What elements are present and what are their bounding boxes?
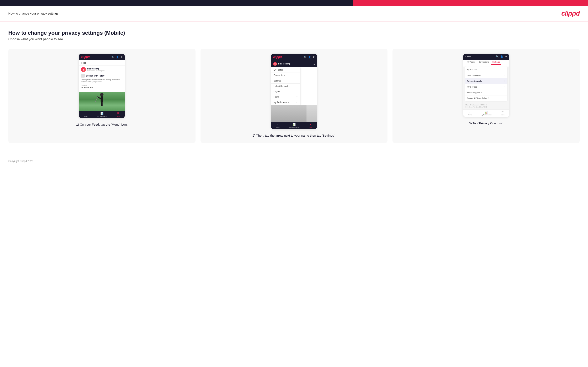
header-icons-1: 🔍 👤 ⚙ — [111, 56, 123, 58]
feed-user-sub: Yesterday · Sunningdale — [87, 70, 105, 72]
back-button[interactable]: ‹ Back — [465, 56, 471, 58]
settings-icon: ⚙ — [121, 56, 123, 58]
tab-settings[interactable]: Settings — [491, 60, 502, 65]
step-1-description: 1) On your Feed, tap the 'Menu' icon. — [76, 122, 128, 127]
step-3-phone: ‹ Back 🔍 👤 ⚙ My Profile Connections Sett… — [463, 54, 509, 117]
menu-performance-expand[interactable]: My Performance ∨ — [271, 100, 300, 105]
svg-line-5 — [95, 97, 98, 101]
menu-logout[interactable]: Logout — [271, 89, 300, 94]
step-1-card: clippd 🔍 👤 ⚙ Feed B Blair McHarg — [8, 49, 196, 143]
nav-performance-label-3: My Performance — [481, 114, 492, 116]
service-privacy-label: Service & Privacy Policy ↗ — [467, 97, 490, 99]
bottom-nav-3: ⌂ Home 📊 My Performance ☰ Menu — [463, 109, 509, 117]
close-icon: ✕ — [309, 123, 311, 126]
menu-home-expand[interactable]: Home ∨ — [271, 94, 300, 100]
svg-rect-4 — [102, 102, 103, 106]
settings-tabs: My Profile Connections Settings — [463, 60, 509, 65]
step-3-description: 3) Tap 'Privacy Controls'. — [469, 121, 503, 126]
header-title: How to change your privacy settings — [8, 12, 59, 15]
data-integrations-label: Data Integrations — [467, 74, 481, 76]
settings-my-account[interactable]: My Account › — [465, 67, 507, 72]
app-logo-1: clippd — [81, 55, 89, 59]
nav-performance-label-2: My Performance — [289, 126, 299, 128]
feed-user-name: Blair McHarg — [87, 68, 105, 70]
settings-list: My Account › Data Integrations › Privacy… — [465, 67, 507, 101]
feed-content: B Blair McHarg Yesterday · Sunningdale L… — [79, 66, 125, 92]
chevron-icon-3: › — [504, 80, 505, 82]
bg-image-fade — [271, 105, 317, 122]
avatar-2: B — [273, 62, 277, 66]
nav-home-2[interactable]: ⌂ Home — [276, 123, 280, 128]
chart-icon: 📊 — [100, 112, 104, 115]
chart-icon-3: 📊 — [485, 111, 488, 114]
nav-menu-label-3: Menu — [501, 114, 504, 116]
header: How to change your privacy settings clip… — [0, 6, 588, 21]
menu-connections[interactable]: Connections — [271, 73, 300, 78]
footer: Copyright Clippd 2022 — [0, 156, 588, 167]
lesson-icon — [81, 74, 85, 78]
menu-icon: ☰ — [117, 112, 120, 115]
chevron-icon-1: › — [504, 68, 505, 70]
step-2-card: clippd 🔍 👤 ⚙ B Blair McHarg ∧ — [200, 49, 388, 143]
chevron-icon-2: › — [504, 74, 505, 76]
my-golf-bag-label: My Golf Bag — [467, 86, 477, 88]
golf-image — [79, 92, 125, 111]
feed-label: Feed — [79, 60, 125, 66]
nav-menu[interactable]: ☰ Menu — [117, 112, 120, 117]
header-icons-2: 🔍 👤 ⚙ — [303, 56, 315, 58]
step-3-card: ‹ Back 🔍 👤 ⚙ My Profile Connections Sett… — [392, 49, 580, 143]
settings-help-support[interactable]: Help & Support ↗ — [465, 90, 507, 95]
dropdown-chevron-icon: ∧ — [313, 63, 315, 65]
nav-home[interactable]: ⌂ Home — [84, 112, 87, 117]
nav-home-label-2: Home — [276, 126, 280, 128]
nav-menu-2[interactable]: ✕ Menu — [309, 123, 312, 128]
lesson-title: Lesson with Fordy — [86, 75, 104, 77]
nav-home-3[interactable]: ⌂ Home — [468, 111, 472, 116]
search-icon-2: 🔍 — [303, 56, 306, 58]
main-content: How to change your privacy settings (Mob… — [0, 21, 588, 156]
menu-help-support[interactable]: Help & Support ↗ — [271, 83, 300, 89]
nav-performance-3[interactable]: 📊 My Performance — [481, 111, 492, 116]
settings-icon-3: ⚙ — [505, 55, 507, 58]
nav-home-label: Home — [84, 115, 87, 117]
avatar: B — [81, 67, 86, 72]
header-icons-3: 🔍 👤 ⚙ — [496, 55, 507, 58]
menu-my-profile[interactable]: My Profile — [271, 67, 300, 73]
search-icon-3: 🔍 — [496, 55, 499, 58]
expand-icon-2: ∨ — [296, 101, 298, 104]
settings-service-privacy[interactable]: Service & Privacy Policy ↗ — [465, 95, 507, 101]
feed-lesson-row: Lesson with Fordy — [81, 74, 123, 78]
tab-my-profile[interactable]: My Profile — [465, 60, 477, 65]
home-icon-2: ⌂ — [277, 123, 278, 126]
nav-performance[interactable]: 📊 My Performance — [97, 112, 107, 117]
chart-icon-2: 📊 — [293, 123, 296, 126]
nav-menu-3[interactable]: ☰ Menu — [501, 111, 504, 116]
tab-connections[interactable]: Connections — [477, 60, 491, 65]
logo: clippd — [561, 9, 580, 17]
version-server: GQL Server Version: 2022.7.30-1 — [465, 106, 507, 108]
app-logo-2: clippd — [273, 55, 282, 59]
menu-settings[interactable]: Settings — [271, 78, 300, 83]
lesson-desc: Looking to feel like my hands are exitin… — [81, 79, 123, 83]
step-1-phone: clippd 🔍 👤 ⚙ Feed B Blair McHarg — [79, 54, 125, 118]
golfer-silhouette — [94, 92, 110, 111]
expand-icon: ∨ — [296, 96, 298, 98]
settings-my-golf-bag[interactable]: My Golf Bag › — [465, 84, 507, 90]
top-bar — [0, 0, 588, 6]
duration-label: Duration — [81, 84, 123, 86]
back-arrow-icon: ‹ — [465, 56, 466, 58]
home-icon-3: ⌂ — [469, 111, 470, 114]
search-icon: 🔍 — [111, 56, 114, 58]
nav-menu-label: Menu — [117, 115, 120, 117]
nav-performance-2[interactable]: 📊 My Performance — [289, 123, 299, 128]
duration-value: 01 hr : 30 min — [81, 87, 123, 89]
back-label: Back — [467, 56, 471, 58]
privacy-controls-label: Privacy Controls — [467, 80, 482, 82]
step-2-phone: clippd 🔍 👤 ⚙ B Blair McHarg ∧ — [271, 54, 317, 129]
dropdown-header: B Blair McHarg ∧ — [271, 60, 317, 67]
svg-point-0 — [100, 93, 104, 96]
steps-grid: clippd 🔍 👤 ⚙ Feed B Blair McHarg — [8, 49, 580, 143]
feed-user-row: B Blair McHarg Yesterday · Sunningdale — [81, 67, 123, 72]
settings-data-integrations[interactable]: Data Integrations › — [465, 72, 507, 78]
settings-privacy-controls[interactable]: Privacy Controls › — [465, 78, 507, 84]
